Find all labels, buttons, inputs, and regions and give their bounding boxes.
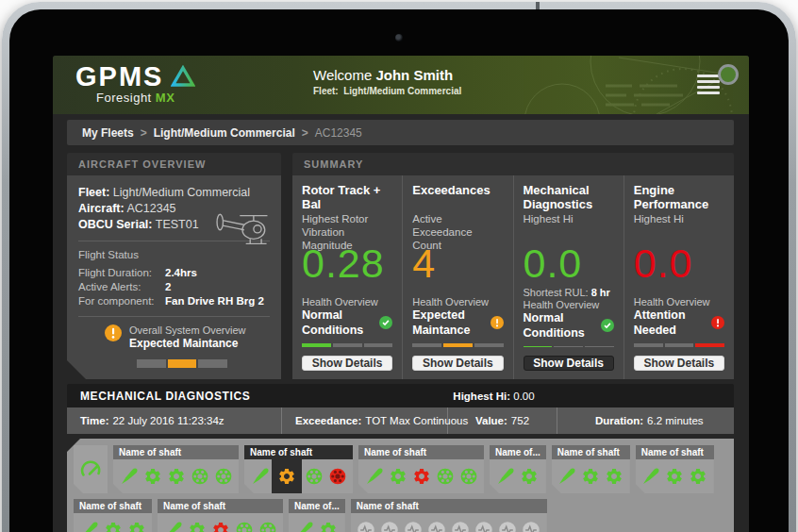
gear-icon[interactable]	[185, 513, 208, 532]
flight-detail-row: For component:Fan Drive RH Brg 2	[78, 294, 270, 308]
bearing-icon[interactable]	[433, 459, 457, 493]
check-status-icon	[379, 316, 392, 329]
user-avatar[interactable]	[718, 64, 739, 85]
gear-icon[interactable]	[386, 459, 409, 493]
gear-icon[interactable]	[316, 513, 340, 532]
gpms-triangle-icon	[171, 65, 195, 88]
bearing-icon[interactable]	[256, 513, 279, 532]
overall-system-overview: Overall System Overview Expected Maintan…	[105, 324, 270, 350]
shaft-icon[interactable]	[292, 513, 316, 532]
summary-body: Rotor Track + BalHighest Rotor Vibration…	[292, 175, 734, 379]
show-details-button[interactable]: Show Details	[524, 356, 614, 371]
shaft-card[interactable]: Name of shaft	[113, 445, 239, 493]
bar-segment	[634, 343, 663, 348]
bar-segment	[302, 343, 331, 348]
pulse-icon[interactable]	[425, 513, 449, 532]
health-overview-label: Health Overview	[524, 299, 614, 310]
gauge-icon	[79, 458, 102, 481]
gear-icon[interactable]	[101, 513, 125, 532]
breadcrumb-item[interactable]: Light/Medium Commercial	[154, 126, 295, 140]
shaft-card-selected[interactable]: Name of shaft	[244, 445, 353, 493]
breadcrumb-separator: >	[302, 126, 308, 140]
breadcrumb-item[interactable]: My Fleets	[82, 126, 134, 140]
overall-label: Overall System Overview	[129, 324, 245, 336]
gear-icon[interactable]	[663, 459, 687, 493]
health-status: Expected Maintance	[412, 308, 503, 338]
bar-segment	[695, 343, 724, 348]
pulse-icon[interactable]	[402, 513, 425, 532]
bar-segment	[443, 343, 473, 348]
gear-icon[interactable]	[208, 513, 232, 532]
shaft-icon[interactable]	[493, 459, 517, 493]
bearing-icon[interactable]	[188, 459, 211, 493]
show-details-button[interactable]: Show Details	[412, 356, 503, 371]
health-status: Attention Needed	[634, 308, 724, 338]
pulse-icon[interactable]	[496, 513, 520, 532]
shaft-icon[interactable]	[248, 459, 272, 493]
shaft-card[interactable]: Name of...	[289, 499, 345, 532]
breadcrumb: My Fleets>Light/Medium Commercial>AC1234…	[67, 120, 734, 145]
gpms-logo: GPMS Foresight MX	[75, 63, 195, 105]
flight-detail-value: 2.4hrs	[165, 266, 197, 280]
shaft-card-body	[244, 459, 353, 493]
shaft-icon[interactable]	[77, 513, 101, 532]
gear-icon[interactable]	[272, 459, 302, 493]
shaft-card[interactable]: Name of shaft	[158, 499, 283, 532]
gear-icon[interactable]	[517, 459, 540, 493]
bearing-icon[interactable]	[211, 459, 235, 493]
gear-icon[interactable]	[125, 513, 148, 532]
shaft-icon[interactable]	[117, 459, 141, 493]
gear-icon[interactable]	[579, 459, 603, 493]
show-details-button[interactable]: Show Details	[634, 356, 724, 371]
overall-health-bar	[137, 359, 227, 368]
summary-card: Rotor Track + BalHighest Rotor Vibration…	[292, 175, 403, 379]
menu-icon[interactable]	[697, 75, 720, 97]
app-screen: GPMS Foresight MX Welcome John Smith	[53, 56, 749, 532]
shaft-card-body	[636, 459, 714, 493]
shaft-card-body	[351, 513, 547, 532]
pulse-icon[interactable]	[449, 513, 473, 532]
shaft-card[interactable]: Name of shaft	[552, 445, 630, 493]
gear-icon[interactable]	[409, 459, 433, 493]
bearing-icon[interactable]	[457, 459, 480, 493]
summary-card-title: Mechanical Diagnostics	[524, 183, 614, 212]
shaft-card-body	[552, 459, 630, 493]
summary-card-subtitle: Highest Hi	[524, 212, 614, 240]
component-card-row: Name of shaftName of shaftName of shaftN…	[74, 445, 727, 493]
shaft-card[interactable]: Name of...	[490, 445, 546, 493]
bar-segment	[412, 343, 441, 348]
info-label: Exceedance:	[295, 415, 361, 426]
pulse-icon[interactable]	[378, 513, 402, 532]
bar-segment	[524, 346, 553, 347]
breadcrumb-item[interactable]: AC12345	[315, 126, 362, 140]
shaft-icon[interactable]	[362, 459, 386, 493]
pulse-icon[interactable]	[520, 513, 543, 532]
gear-icon[interactable]	[141, 459, 164, 493]
shaft-card-body	[74, 513, 152, 532]
shaft-card[interactable]: Name of shaft	[351, 499, 547, 532]
gear-icon[interactable]	[687, 459, 710, 493]
bearing-icon[interactable]	[325, 459, 349, 493]
shaft-icon[interactable]	[161, 513, 185, 532]
bearing-icon[interactable]	[232, 513, 256, 532]
pulse-icon[interactable]	[473, 513, 496, 532]
shaft-card[interactable]: Name of shaft	[636, 445, 714, 493]
shaft-card[interactable]: Name of shaft	[358, 445, 484, 493]
shaft-icon[interactable]	[556, 459, 579, 493]
bearing-icon[interactable]	[302, 459, 325, 493]
summary-card-subtitle: Active Exceedance Count	[412, 212, 503, 240]
gear-icon[interactable]	[164, 459, 188, 493]
foresight-mx-label: Foresight MX	[75, 91, 195, 105]
show-details-button[interactable]: Show Details	[302, 356, 392, 371]
pulse-icon[interactable]	[355, 513, 378, 532]
breadcrumb-separator: >	[141, 126, 147, 140]
shaft-card[interactable]: Name of shaft	[74, 499, 152, 532]
gear-icon[interactable]	[603, 459, 626, 493]
app-header: GPMS Foresight MX Welcome John Smith	[53, 56, 749, 114]
summary-card-title: Exceedances	[412, 183, 503, 212]
gauge-tile[interactable]	[74, 445, 108, 493]
shaft-icon[interactable]	[640, 459, 663, 493]
exceedance-info-cell: Time:22 July 2016 11:23:34z	[67, 407, 282, 434]
mech-diag-title: MECHANICAL DIAGNOSTICS	[80, 390, 250, 403]
bar-segment	[554, 346, 583, 347]
